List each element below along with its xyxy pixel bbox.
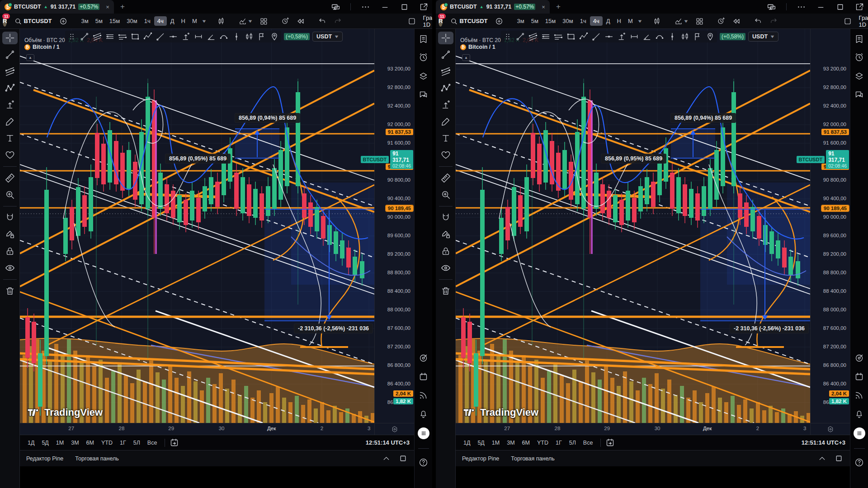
price-axis[interactable]: 93 200,0092 800,0092 400,0092 000,0091 6… <box>374 29 414 423</box>
range-1Д[interactable]: 1Д <box>460 438 473 447</box>
timeframe-3м[interactable]: 3м <box>514 16 528 26</box>
timeframe-М[interactable]: М <box>189 16 200 26</box>
go-to-date-button[interactable] <box>605 438 615 447</box>
range-1Г[interactable]: 1Г <box>552 438 565 447</box>
fav-polyline[interactable] <box>142 31 154 42</box>
layout-button[interactable] <box>693 16 706 27</box>
sidebar-layers[interactable] <box>419 71 428 81</box>
tool-pitchfork[interactable] <box>438 82 453 94</box>
timeframe-М[interactable]: М <box>625 16 636 26</box>
alert-button[interactable] <box>714 16 728 27</box>
new-tab-button[interactable]: + <box>120 2 125 11</box>
tool-heart[interactable] <box>438 149 453 161</box>
sidebar-radar[interactable] <box>854 353 864 363</box>
indicators-button[interactable]: ▼ <box>236 16 255 27</box>
axis-settings[interactable] <box>810 423 850 435</box>
fav-rectangle[interactable] <box>129 31 141 42</box>
sidebar-alert-clock[interactable] <box>854 53 864 62</box>
tool-magnet[interactable] <box>438 211 453 224</box>
symbol-search[interactable]: BTCUSDT <box>11 16 54 27</box>
fav-curve[interactable] <box>654 31 665 42</box>
range-6М[interactable]: 6М <box>83 438 97 447</box>
avatar[interactable]: R 11 <box>3 16 7 27</box>
redo-button[interactable] <box>331 16 344 27</box>
browser-tab[interactable]: ₿ BTCUSDT ▲ 91 317,71 +0.57% × <box>436 0 550 14</box>
symbol-search[interactable]: BTCUSDT <box>447 16 490 27</box>
fav-horizontal-line[interactable] <box>603 31 615 42</box>
fav-bars-pattern[interactable] <box>243 31 255 42</box>
range-5Л[interactable]: 5Л <box>130 438 143 447</box>
fav-projection[interactable] <box>616 31 627 42</box>
timeframe-30м[interactable]: 30м <box>559 16 576 26</box>
fav-disjoint-channel[interactable] <box>552 31 564 42</box>
panel-collapse-icon[interactable] <box>382 454 391 463</box>
fav-bars-pattern[interactable] <box>679 31 691 42</box>
tool-zoom-in[interactable] <box>438 188 453 201</box>
chevron-down-icon[interactable]: ▼ <box>637 19 642 23</box>
range-1Г[interactable]: 1Г <box>117 438 129 447</box>
range-1М[interactable]: 1М <box>489 438 503 447</box>
range-6М[interactable]: 6М <box>519 438 533 447</box>
currency-select[interactable]: USDT ▼ <box>748 32 778 42</box>
fav-flag[interactable] <box>256 31 268 42</box>
overflow-menu-icon[interactable] <box>361 2 370 12</box>
sidebar-calendar[interactable] <box>419 372 428 381</box>
alert-button[interactable] <box>278 16 292 27</box>
chart-type-button[interactable] <box>214 16 228 27</box>
sidebar-watchlist[interactable] <box>419 34 428 44</box>
tool-projection[interactable] <box>2 99 18 111</box>
range-Все[interactable]: Все <box>580 438 596 447</box>
fav-horizontal-lines[interactable] <box>104 31 116 42</box>
chart-style-select[interactable]: График 1D ▼ <box>420 13 432 29</box>
bottom-tab[interactable]: Торговая панель <box>511 455 554 462</box>
minimize-icon[interactable] <box>816 2 826 12</box>
tool-brush[interactable] <box>438 115 453 128</box>
timeframe-4ч[interactable]: 4ч <box>590 16 603 26</box>
fav-polyline[interactable] <box>578 31 590 42</box>
sidebar-help[interactable] <box>854 458 864 467</box>
timeframe-30м[interactable]: 30м <box>123 16 140 26</box>
bottom-tab[interactable]: Торговая панель <box>75 455 118 462</box>
sidebar-chat[interactable] <box>419 90 428 99</box>
range-YTD[interactable]: YTD <box>98 438 116 447</box>
panel-maximize-icon[interactable] <box>398 454 408 463</box>
indicators-button[interactable]: ▼ <box>672 16 691 27</box>
compare-add-button[interactable] <box>492 16 506 27</box>
fav-vertical-line[interactable] <box>666 31 678 42</box>
tool-text[interactable] <box>438 132 453 145</box>
symbol-row[interactable]: ₿ Bitcoin / 1 <box>460 44 538 51</box>
range-3М[interactable]: 3М <box>504 438 518 447</box>
timeframe-15м[interactable]: 15м <box>106 16 123 26</box>
pane-collapse-button[interactable]: ▲ <box>26 54 34 61</box>
sidebar-apps-grid[interactable] <box>418 427 429 439</box>
save-layout-checkbox[interactable] <box>405 16 419 27</box>
go-to-date-button[interactable] <box>170 438 179 447</box>
fav-measure[interactable] <box>193 31 204 42</box>
chart-style-select[interactable]: График 1D ▼ <box>856 13 868 29</box>
tool-ruler[interactable] <box>438 172 453 184</box>
browser-tab[interactable]: ₿ BTCUSDT ▲ 91 317,71 +0.57% × <box>0 0 114 14</box>
fav-flag[interactable] <box>692 31 703 42</box>
server-clock[interactable]: 12:51:14 UTC+3 <box>366 439 410 446</box>
sidebar-radar[interactable] <box>419 353 428 363</box>
range-5Д[interactable]: 5Д <box>38 438 52 447</box>
timeframe-Н[interactable]: Н <box>614 16 624 26</box>
sidebar-chat[interactable] <box>854 90 864 99</box>
chart-type-button[interactable] <box>650 16 664 27</box>
tool-text[interactable] <box>2 132 18 145</box>
sidebar-help[interactable] <box>419 458 428 467</box>
chart-area[interactable]: Объём · BTC 20 1,82 K 2,04 K ₿ Bitcoin /… <box>456 29 810 423</box>
price-axis[interactable]: 93 200,0092 800,0092 400,0092 000,0091 6… <box>810 29 850 423</box>
chevron-down-icon[interactable]: ▼ <box>201 19 207 23</box>
range-Все[interactable]: Все <box>144 438 160 447</box>
tool-heart[interactable] <box>2 149 18 161</box>
tool-parallel-channel[interactable] <box>2 65 18 78</box>
fav-parallel-channel[interactable] <box>527 31 539 42</box>
panel-maximize-icon[interactable] <box>834 454 844 463</box>
range-3М[interactable]: 3М <box>68 438 82 447</box>
tool-zoom-in[interactable] <box>2 188 18 201</box>
timeframe-3м[interactable]: 3м <box>78 16 92 26</box>
popout-icon[interactable] <box>855 2 864 12</box>
screen-share-icon[interactable] <box>767 2 776 12</box>
time-axis[interactable]: 27282930Дек23 <box>20 423 414 435</box>
